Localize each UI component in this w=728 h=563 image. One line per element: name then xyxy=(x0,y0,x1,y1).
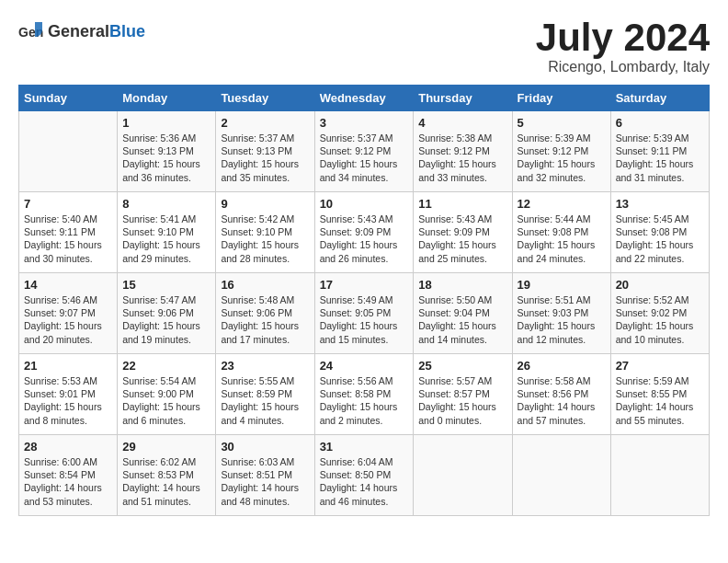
calendar-cell: 26Sunrise: 5:58 AM Sunset: 8:56 PM Dayli… xyxy=(512,354,610,435)
cell-details: Sunrise: 5:48 AM Sunset: 9:06 PM Dayligh… xyxy=(221,293,309,346)
calendar-cell: 30Sunrise: 6:03 AM Sunset: 8:51 PM Dayli… xyxy=(216,435,314,516)
day-number: 13 xyxy=(616,197,704,211)
day-number: 3 xyxy=(320,116,409,130)
day-number: 8 xyxy=(122,197,210,211)
calendar-cell: 29Sunrise: 6:02 AM Sunset: 8:53 PM Dayli… xyxy=(118,435,216,516)
header-monday: Monday xyxy=(118,86,216,111)
logo: Gen GeneralBlue xyxy=(18,18,145,44)
day-number: 6 xyxy=(616,116,704,130)
cell-details: Sunrise: 5:40 AM Sunset: 9:11 PM Dayligh… xyxy=(24,213,112,265)
calendar-cell xyxy=(512,435,610,516)
day-number: 10 xyxy=(320,197,409,211)
cell-details: Sunrise: 5:39 AM Sunset: 9:11 PM Dayligh… xyxy=(616,132,704,184)
calendar-week-2: 7Sunrise: 5:40 AM Sunset: 9:11 PM Daylig… xyxy=(19,192,710,273)
calendar-week-4: 21Sunrise: 5:53 AM Sunset: 9:01 PM Dayli… xyxy=(19,354,710,435)
day-number: 15 xyxy=(122,278,210,292)
cell-details: Sunrise: 5:58 AM Sunset: 8:56 PM Dayligh… xyxy=(518,374,606,427)
logo-text: GeneralBlue xyxy=(48,22,145,41)
calendar-cell xyxy=(610,435,709,516)
calendar-cell: 8Sunrise: 5:41 AM Sunset: 9:10 PM Daylig… xyxy=(118,192,216,273)
calendar-cell: 4Sunrise: 5:38 AM Sunset: 9:12 PM Daylig… xyxy=(414,111,512,192)
day-number: 11 xyxy=(418,197,506,211)
calendar-cell: 31Sunrise: 6:04 AM Sunset: 8:50 PM Dayli… xyxy=(314,435,414,516)
cell-details: Sunrise: 5:49 AM Sunset: 9:05 PM Dayligh… xyxy=(320,293,409,346)
cell-details: Sunrise: 5:53 AM Sunset: 9:01 PM Dayligh… xyxy=(24,374,112,427)
title-area: July 2024 Ricengo, Lombardy, Italy xyxy=(536,18,710,75)
calendar-cell: 14Sunrise: 5:46 AM Sunset: 9:07 PM Dayli… xyxy=(19,273,118,354)
calendar-cell: 15Sunrise: 5:47 AM Sunset: 9:06 PM Dayli… xyxy=(118,273,216,354)
calendar-cell: 22Sunrise: 5:54 AM Sunset: 9:00 PM Dayli… xyxy=(118,354,216,435)
cell-details: Sunrise: 5:38 AM Sunset: 9:12 PM Dayligh… xyxy=(418,132,506,184)
day-number: 20 xyxy=(616,278,704,292)
cell-details: Sunrise: 6:00 AM Sunset: 8:54 PM Dayligh… xyxy=(24,455,112,508)
day-number: 31 xyxy=(320,440,409,454)
logo-general: General xyxy=(48,22,109,40)
day-number: 7 xyxy=(24,197,112,211)
calendar-cell: 18Sunrise: 5:50 AM Sunset: 9:04 PM Dayli… xyxy=(414,273,512,354)
calendar-cell: 13Sunrise: 5:45 AM Sunset: 9:08 PM Dayli… xyxy=(610,192,709,273)
calendar-cell: 7Sunrise: 5:40 AM Sunset: 9:11 PM Daylig… xyxy=(19,192,118,273)
calendar-cell: 25Sunrise: 5:57 AM Sunset: 8:57 PM Dayli… xyxy=(414,354,512,435)
cell-details: Sunrise: 5:36 AM Sunset: 9:13 PM Dayligh… xyxy=(122,132,210,184)
calendar-cell: 17Sunrise: 5:49 AM Sunset: 9:05 PM Dayli… xyxy=(314,273,414,354)
cell-details: Sunrise: 5:37 AM Sunset: 9:13 PM Dayligh… xyxy=(221,132,309,184)
cell-details: Sunrise: 5:59 AM Sunset: 8:55 PM Dayligh… xyxy=(616,374,704,427)
calendar-cell: 10Sunrise: 5:43 AM Sunset: 9:09 PM Dayli… xyxy=(314,192,414,273)
day-number: 5 xyxy=(518,116,606,130)
day-number: 21 xyxy=(24,359,112,373)
day-number: 9 xyxy=(221,197,309,211)
calendar-cell: 16Sunrise: 5:48 AM Sunset: 9:06 PM Dayli… xyxy=(216,273,314,354)
day-number: 1 xyxy=(122,116,210,130)
header-sunday: Sunday xyxy=(19,86,118,111)
calendar-cell: 28Sunrise: 6:00 AM Sunset: 8:54 PM Dayli… xyxy=(19,435,118,516)
calendar-cell: 1Sunrise: 5:36 AM Sunset: 9:13 PM Daylig… xyxy=(118,111,216,192)
cell-details: Sunrise: 5:43 AM Sunset: 9:09 PM Dayligh… xyxy=(418,213,506,265)
calendar-body: 1Sunrise: 5:36 AM Sunset: 9:13 PM Daylig… xyxy=(19,111,710,516)
calendar-cell: 27Sunrise: 5:59 AM Sunset: 8:55 PM Dayli… xyxy=(610,354,709,435)
header-saturday: Saturday xyxy=(610,86,709,111)
calendar-table: SundayMondayTuesdayWednesdayThursdayFrid… xyxy=(18,85,710,516)
calendar-cell: 2Sunrise: 5:37 AM Sunset: 9:13 PM Daylig… xyxy=(216,111,314,192)
day-number: 27 xyxy=(616,359,704,373)
day-number: 2 xyxy=(221,116,309,130)
header-thursday: Thursday xyxy=(414,86,512,111)
day-number: 22 xyxy=(122,359,210,373)
cell-details: Sunrise: 5:46 AM Sunset: 9:07 PM Dayligh… xyxy=(24,293,112,346)
calendar-cell xyxy=(19,111,118,192)
day-number: 12 xyxy=(518,197,606,211)
day-number: 4 xyxy=(418,116,506,130)
header-wednesday: Wednesday xyxy=(314,86,414,111)
cell-details: Sunrise: 5:41 AM Sunset: 9:10 PM Dayligh… xyxy=(122,213,210,265)
cell-details: Sunrise: 6:03 AM Sunset: 8:51 PM Dayligh… xyxy=(221,455,309,508)
day-number: 14 xyxy=(24,278,112,292)
month-title: July 2024 xyxy=(536,18,710,57)
cell-details: Sunrise: 6:02 AM Sunset: 8:53 PM Dayligh… xyxy=(122,455,210,508)
calendar-week-3: 14Sunrise: 5:46 AM Sunset: 9:07 PM Dayli… xyxy=(19,273,710,354)
calendar-cell: 6Sunrise: 5:39 AM Sunset: 9:11 PM Daylig… xyxy=(610,111,709,192)
day-number: 23 xyxy=(221,359,309,373)
logo-icon: Gen xyxy=(18,18,44,44)
day-number: 26 xyxy=(518,359,606,373)
cell-details: Sunrise: 5:52 AM Sunset: 9:02 PM Dayligh… xyxy=(616,293,704,346)
day-number: 28 xyxy=(24,440,112,454)
calendar-cell: 20Sunrise: 5:52 AM Sunset: 9:02 PM Dayli… xyxy=(610,273,709,354)
calendar-cell: 23Sunrise: 5:55 AM Sunset: 8:59 PM Dayli… xyxy=(216,354,314,435)
day-number: 18 xyxy=(418,278,506,292)
cell-details: Sunrise: 5:54 AM Sunset: 9:00 PM Dayligh… xyxy=(122,374,210,427)
calendar-cell: 11Sunrise: 5:43 AM Sunset: 9:09 PM Dayli… xyxy=(414,192,512,273)
cell-details: Sunrise: 5:42 AM Sunset: 9:10 PM Dayligh… xyxy=(221,213,309,265)
header-friday: Friday xyxy=(512,86,610,111)
cell-details: Sunrise: 5:39 AM Sunset: 9:12 PM Dayligh… xyxy=(518,132,606,184)
day-number: 30 xyxy=(221,440,309,454)
calendar-cell: 5Sunrise: 5:39 AM Sunset: 9:12 PM Daylig… xyxy=(512,111,610,192)
header-tuesday: Tuesday xyxy=(216,86,314,111)
calendar-header-row: SundayMondayTuesdayWednesdayThursdayFrid… xyxy=(19,86,710,111)
day-number: 29 xyxy=(122,440,210,454)
page-header: Gen GeneralBlue July 2024 Ricengo, Lomba… xyxy=(18,18,710,75)
logo-blue: Blue xyxy=(109,22,145,40)
calendar-cell: 3Sunrise: 5:37 AM Sunset: 9:12 PM Daylig… xyxy=(314,111,414,192)
calendar-week-5: 28Sunrise: 6:00 AM Sunset: 8:54 PM Dayli… xyxy=(19,435,710,516)
cell-details: Sunrise: 5:57 AM Sunset: 8:57 PM Dayligh… xyxy=(418,374,506,427)
calendar-week-1: 1Sunrise: 5:36 AM Sunset: 9:13 PM Daylig… xyxy=(19,111,710,192)
cell-details: Sunrise: 5:37 AM Sunset: 9:12 PM Dayligh… xyxy=(320,132,409,184)
